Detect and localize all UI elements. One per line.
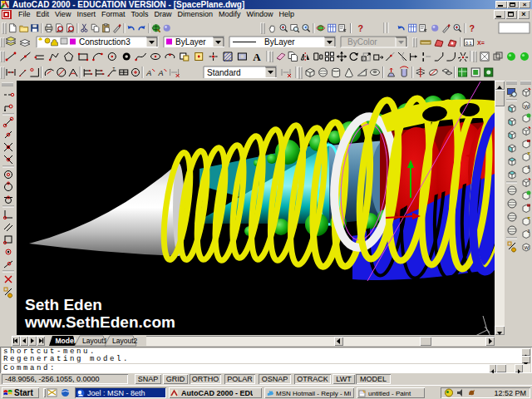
svg-text:www.SethEden.com: www.SethEden.com [24, 313, 175, 331]
svg-text:ByColor: ByColor [347, 37, 377, 47]
svg-text:Layout1: Layout1 [82, 337, 108, 345]
svg-text:Model: Model [56, 337, 76, 345]
svg-text:Layout2: Layout2 [112, 337, 138, 345]
svg-text:ByLayer: ByLayer [175, 37, 206, 47]
svg-text:Seth Eden: Seth Eden [25, 296, 102, 313]
svg-text:ByLayer: ByLayer [264, 37, 295, 47]
svg-text:Standard: Standard [207, 68, 241, 77]
svg-text:Construction3: Construction3 [79, 37, 131, 47]
